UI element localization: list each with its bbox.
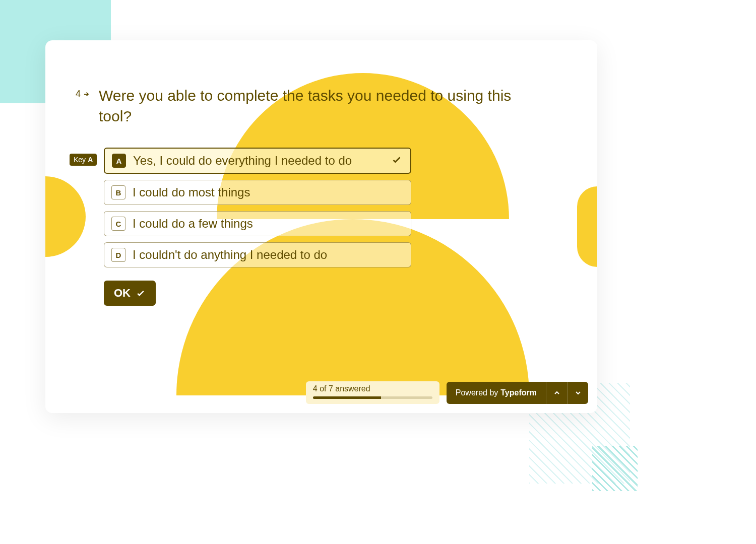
option-label: I couldn't do anything I needed to do (133, 248, 327, 262)
progress-indicator[interactable]: 4 of 7 answered (306, 381, 439, 404)
question-row: 4 Were you able to complete the tasks yo… (76, 86, 547, 126)
option-key: A (112, 154, 126, 168)
option-b[interactable]: B I could do most things (104, 180, 411, 205)
progress-bar-fill (313, 396, 381, 399)
footer-bar: 4 of 7 answered Powered by Typeform (306, 381, 588, 404)
option-key: B (111, 185, 125, 199)
option-label: I could do a few things (133, 217, 253, 231)
arrow-right-icon (83, 91, 90, 98)
option-label: I could do most things (133, 185, 250, 199)
powered-by-bar: Powered by Typeform (447, 382, 588, 404)
chevron-up-icon (553, 389, 561, 397)
powered-prefix: Powered by (456, 388, 498, 397)
option-label: Yes, I could do everything I needed to d… (133, 154, 352, 168)
option-key: D (111, 248, 125, 262)
key-hint-letter: A (88, 156, 93, 164)
ok-button-label: OK (114, 287, 131, 300)
options-list: Key A A Yes, I could do everything I nee… (104, 148, 547, 267)
check-icon (391, 154, 402, 167)
question-number-value: 4 (76, 89, 81, 99)
option-d[interactable]: D I couldn't do anything I needed to do (104, 242, 411, 267)
ok-button[interactable]: OK (104, 281, 156, 306)
chevron-down-icon (574, 389, 582, 397)
check-icon (136, 288, 146, 298)
question-number: 4 (76, 89, 90, 99)
powered-brand: Typeform (500, 388, 537, 397)
bg-hatch-pattern-small (592, 446, 638, 491)
prev-question-button[interactable] (546, 382, 567, 404)
survey-window: 4 Were you able to complete the tasks yo… (45, 40, 597, 413)
option-c[interactable]: C I could do a few things (104, 211, 411, 236)
next-question-button[interactable] (567, 382, 588, 404)
progress-label: 4 of 7 answered (313, 384, 432, 393)
powered-by-link[interactable]: Powered by Typeform (447, 382, 546, 404)
question-text: Were you able to complete the tasks you … (99, 86, 547, 126)
progress-bar-track (313, 396, 432, 399)
key-hint-prefix: Key (74, 156, 86, 164)
option-key: C (111, 217, 125, 231)
option-a[interactable]: A Yes, I could do everything I needed to… (104, 148, 411, 174)
key-hint-tooltip: Key A (70, 154, 97, 166)
